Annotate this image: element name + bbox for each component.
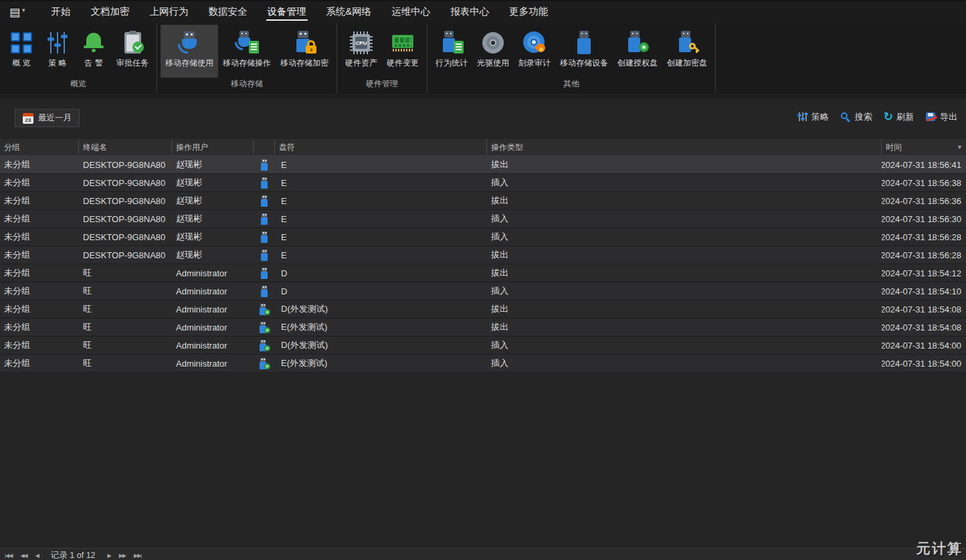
ribbon-buttons-row: 概 览策 略告 警审批任务 bbox=[2, 23, 155, 78]
ram-icon bbox=[389, 29, 416, 56]
table-row[interactable]: 未分组DESKTOP-9G8NA80赵现彬E插入2024-07-31 18:56… bbox=[0, 174, 966, 192]
cell-user: Administrator bbox=[172, 337, 254, 354]
table-row[interactable]: 未分组DESKTOP-9G8NA80赵现彬E拔出2024-07-31 18:56… bbox=[0, 246, 966, 264]
ribbon-button-cpu[interactable]: CPU硬件资产 bbox=[341, 25, 382, 78]
ribbon-button-usb-ops[interactable]: 移动存储操作 bbox=[218, 25, 276, 78]
usb-icon bbox=[259, 177, 270, 189]
column-header-label: 操作类型 bbox=[491, 142, 523, 153]
cell-user: 赵现彬 bbox=[172, 192, 254, 209]
column-header-时间[interactable]: 时间▼ bbox=[882, 139, 966, 155]
menu-tab-6[interactable]: 系统&网络 bbox=[316, 1, 382, 23]
cell-time: 2024-07-31 18:54:00 bbox=[882, 355, 966, 372]
cell-group: 未分组 bbox=[0, 192, 79, 209]
ribbon-button-label: 移动存储使用 bbox=[165, 58, 213, 69]
menu-tab-3[interactable]: 上网行为 bbox=[140, 1, 199, 23]
table-row[interactable]: 未分组DESKTOP-9G8NA80赵现彬E插入2024-07-31 18:56… bbox=[0, 210, 966, 228]
cell-device-icon bbox=[254, 282, 275, 300]
ribbon-button-bell[interactable]: 告 警 bbox=[76, 25, 112, 78]
cell-terminal: DESKTOP-9G8NA80 bbox=[79, 228, 172, 246]
pager-prev-page-button[interactable]: ◀◀ bbox=[20, 553, 27, 559]
ribbon-button-usb-key[interactable]: 创建加密盘 bbox=[662, 25, 712, 78]
app-menu-button[interactable]: ▤ ▾ bbox=[9, 5, 25, 19]
cell-group: 未分组 bbox=[0, 246, 79, 264]
column-header-label: 分组 bbox=[4, 142, 20, 153]
grid-body: 未分组DESKTOP-9G8NA80赵现彬E拔出2024-07-31 18:56… bbox=[0, 156, 966, 373]
ribbon-button-disc[interactable]: 光驱使用 bbox=[472, 25, 514, 78]
ribbon-button-usb-use[interactable]: 移动存储使用 bbox=[161, 25, 218, 78]
table-row[interactable]: 未分组DESKTOP-9G8NA80赵现彬E拔出2024-07-31 18:56… bbox=[0, 192, 966, 210]
ribbon-button-usb-lock[interactable]: 移动存储加密 bbox=[276, 25, 333, 78]
menu-tab-4[interactable]: 数据安全 bbox=[199, 1, 258, 23]
menu-tab-2[interactable]: 文档加密 bbox=[81, 1, 140, 23]
column-header-操作用户[interactable]: 操作用户 bbox=[172, 139, 254, 155]
cell-action: 拔出 bbox=[487, 246, 882, 264]
cell-time: 2024-07-31 18:54:00 bbox=[882, 337, 966, 354]
menu-tab-8[interactable]: 报表中心 bbox=[440, 1, 499, 23]
cell-time: 2024-07-31 18:56:28 bbox=[882, 246, 966, 264]
pager-next-page-button[interactable]: ▶▶ bbox=[119, 553, 126, 559]
cell-user: 赵现彬 bbox=[172, 246, 254, 264]
cell-terminal: 旺 bbox=[79, 355, 172, 372]
column-header-label: 时间 bbox=[886, 142, 902, 153]
ribbon-shadow-strip bbox=[0, 94, 966, 99]
ribbon-buttons-row: 行为统计光驱使用刻录审计移动存储设备创建授权盘创建加密盘 bbox=[429, 23, 713, 78]
cell-user: Administrator bbox=[172, 355, 254, 372]
pager-prev-button[interactable]: ◀ bbox=[35, 553, 39, 559]
cell-terminal: DESKTOP-9G8NA80 bbox=[79, 192, 172, 209]
cell-time: 2024-07-31 18:56:38 bbox=[882, 174, 966, 191]
cell-terminal: DESKTOP-9G8NA80 bbox=[79, 246, 172, 264]
table-row[interactable]: 未分组旺AdministratorE(外发测试)拔出2024-07-31 18:… bbox=[0, 318, 966, 337]
column-header-操作类型[interactable]: 操作类型 bbox=[487, 139, 882, 155]
cell-user: Administrator bbox=[172, 300, 254, 318]
cell-user: Administrator bbox=[172, 318, 254, 336]
export-button[interactable]: 导出 bbox=[925, 111, 957, 123]
refresh-button[interactable]: ↻刷新 bbox=[884, 111, 914, 123]
cell-device-icon bbox=[254, 210, 275, 227]
menu-tab-5[interactable]: 设备管理 bbox=[258, 1, 316, 23]
pager-first-button[interactable]: |◀◀ bbox=[5, 553, 12, 559]
cell-drive: E bbox=[275, 156, 487, 173]
menu-tab-7[interactable]: 运维中心 bbox=[381, 1, 440, 23]
usb-icon bbox=[259, 285, 270, 298]
column-header-终端名[interactable]: 终端名 bbox=[79, 139, 172, 155]
date-range-button[interactable]: 23 最近一月 bbox=[15, 109, 80, 127]
ribbon-button-usb-dev[interactable]: 移动存储设备 bbox=[555, 25, 613, 78]
column-header-分组[interactable]: 分组 bbox=[0, 139, 79, 155]
ribbon-button-dashboard[interactable]: 概 览 bbox=[3, 25, 39, 78]
table-row[interactable]: 未分组旺AdministratorD(外发测试)拔出2024-07-31 18:… bbox=[0, 300, 966, 318]
table-row[interactable]: 未分组旺AdministratorD(外发测试)插入2024-07-31 18:… bbox=[0, 337, 966, 355]
table-row[interactable]: 未分组旺AdministratorD拔出2024-07-31 18:54:12 bbox=[0, 264, 966, 282]
pager-last-button[interactable]: ▶▶| bbox=[134, 553, 141, 559]
menu-tab-1[interactable]: 开始 bbox=[41, 1, 81, 23]
table-row[interactable]: 未分组旺AdministratorE(外发测试)插入2024-07-31 18:… bbox=[0, 355, 966, 373]
cell-device-icon bbox=[254, 300, 275, 318]
cell-drive: E bbox=[275, 210, 487, 227]
ribbon-button-label: 光驱使用 bbox=[477, 58, 509, 69]
ribbon-button-sliders[interactable]: 策 略 bbox=[39, 25, 76, 78]
sliders-sm-button[interactable]: 策略 bbox=[797, 111, 829, 123]
ribbon-button-clipboard[interactable]: 审批任务 bbox=[112, 25, 153, 78]
column-header-icon[interactable] bbox=[254, 139, 275, 155]
ribbon-button-disc-burn[interactable]: 刻录审计 bbox=[514, 25, 555, 78]
menu-tab-9[interactable]: 更多功能 bbox=[499, 1, 558, 23]
ribbon-button-usb-auth[interactable]: 创建授权盘 bbox=[613, 25, 662, 78]
pager-next-button[interactable]: ▶ bbox=[108, 553, 111, 559]
column-header-盘符[interactable]: 盘符 bbox=[275, 139, 487, 155]
usb-dev-icon bbox=[571, 29, 597, 56]
column-header-label: 盘符 bbox=[279, 142, 295, 153]
ribbon-button-ram[interactable]: 硬件变更 bbox=[382, 25, 423, 78]
ribbon-button-label: 创建加密盘 bbox=[667, 58, 707, 69]
action-label: 刷新 bbox=[896, 111, 914, 123]
table-row[interactable]: 未分组DESKTOP-9G8NA80赵现彬E拔出2024-07-31 18:56… bbox=[0, 156, 966, 174]
cell-group: 未分组 bbox=[0, 300, 79, 318]
table-row[interactable]: 未分组DESKTOP-9G8NA80赵现彬E插入2024-07-31 18:56… bbox=[0, 228, 966, 246]
ribbon-button-usb-stats[interactable]: 行为统计 bbox=[431, 25, 472, 78]
cell-device-icon bbox=[254, 246, 275, 264]
search-button[interactable]: 搜索 bbox=[840, 111, 872, 123]
table-row[interactable]: 未分组旺AdministratorD插入2024-07-31 18:54:10 bbox=[0, 282, 966, 300]
cell-group: 未分组 bbox=[0, 318, 79, 336]
usb-lock-icon bbox=[291, 29, 318, 56]
record-count-label: 记录 1 of 12 bbox=[51, 550, 96, 560]
menu-bar: ▤ ▾ 开始文档加密上网行为数据安全设备管理系统&网络运维中心报表中心更多功能 bbox=[0, 0, 966, 23]
column-header-label: 终端名 bbox=[83, 142, 107, 153]
